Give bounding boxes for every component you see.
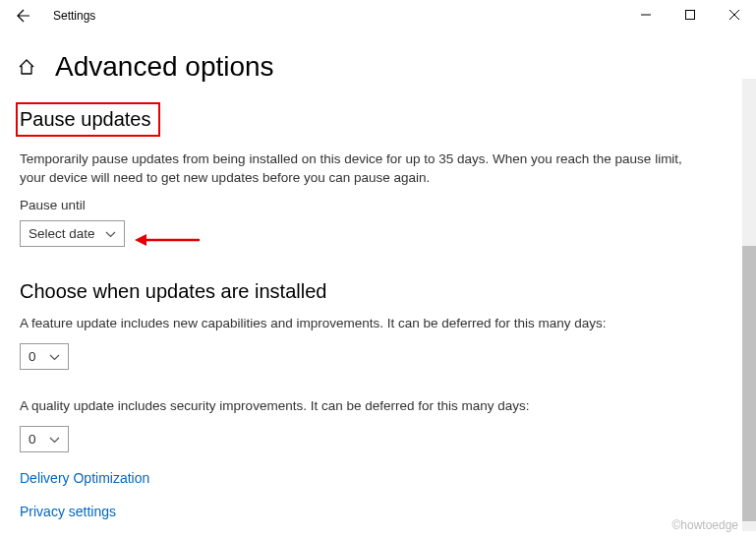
feature-defer-value: 0 <box>29 349 36 364</box>
quality-update-text: A quality update includes security impro… <box>20 397 708 416</box>
chevron-down-icon <box>49 432 60 447</box>
pause-until-dropdown[interactable]: Select date <box>20 220 125 247</box>
highlight-box: Pause updates <box>16 102 160 137</box>
window-controls <box>623 0 756 30</box>
chevron-down-icon <box>49 349 60 364</box>
home-icon[interactable] <box>18 58 35 76</box>
back-arrow-icon <box>16 8 31 24</box>
minimize-icon <box>641 10 651 20</box>
chevron-down-icon <box>105 226 116 241</box>
maximize-icon <box>685 10 695 20</box>
content: Pause updates Temporarily pause updates … <box>0 102 756 519</box>
scrollbar-thumb[interactable] <box>742 246 756 521</box>
close-icon <box>729 10 739 20</box>
scrollbar-track[interactable] <box>742 79 756 531</box>
watermark: ©howtoedge <box>671 518 738 532</box>
close-button[interactable] <box>712 0 756 30</box>
pause-description: Temporarily pause updates from being ins… <box>20 150 708 188</box>
page-header: Advanced options <box>0 31 756 102</box>
privacy-settings-link[interactable]: Privacy settings <box>20 504 736 519</box>
back-button[interactable] <box>12 4 35 28</box>
choose-heading: Choose when updates are installed <box>20 280 736 303</box>
feature-defer-dropdown[interactable]: 0 <box>20 343 69 370</box>
pause-until-value: Select date <box>29 226 95 241</box>
minimize-button[interactable] <box>623 0 668 30</box>
feature-update-text: A feature update includes new capabiliti… <box>20 315 708 333</box>
maximize-button[interactable] <box>668 0 712 30</box>
quality-defer-value: 0 <box>29 432 36 447</box>
delivery-optimization-link[interactable]: Delivery Optimization <box>20 470 736 486</box>
pause-until-label: Pause until <box>20 198 736 212</box>
page-title: Advanced options <box>55 51 274 83</box>
app-title: Settings <box>53 9 95 23</box>
pause-heading: Pause updates <box>20 108 150 131</box>
titlebar: Settings <box>0 0 756 31</box>
quality-defer-dropdown[interactable]: 0 <box>20 426 69 452</box>
svg-rect-1 <box>685 11 694 20</box>
